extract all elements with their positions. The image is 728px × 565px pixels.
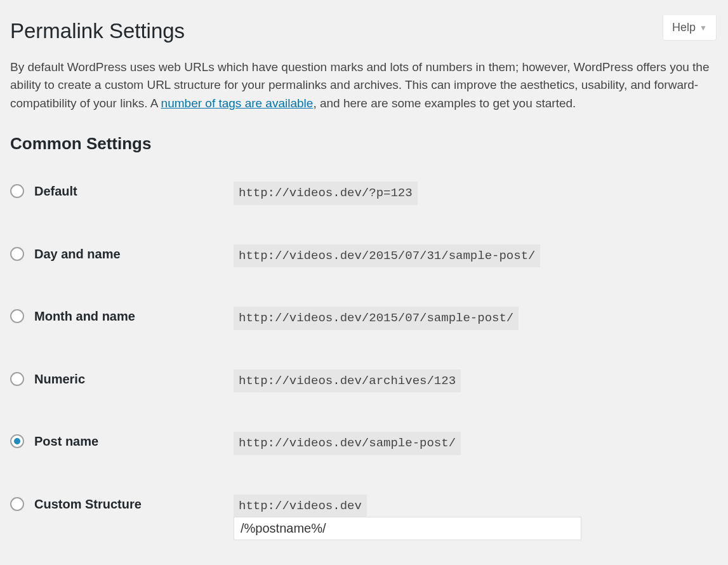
radio-day-name[interactable] <box>10 247 24 261</box>
radio-post-name[interactable] <box>10 434 24 448</box>
page-wrap: Help ▼ Permalink Settings By default Wor… <box>0 15 728 565</box>
option-label-day-name[interactable]: Day and name <box>34 244 121 263</box>
option-label-default[interactable]: Default <box>34 182 77 201</box>
chevron-down-icon: ▼ <box>699 22 707 34</box>
intro-paragraph: By default WordPress uses web URLs which… <box>10 58 715 113</box>
option-row-default: Default http://videos.dev/?p=123 <box>10 182 718 205</box>
option-row-post-name: Post name http://videos.dev/sample-post/ <box>10 432 718 455</box>
help-tab-label: Help <box>672 19 696 36</box>
example-day-name: http://videos.dev/2015/07/31/sample-post… <box>234 244 540 268</box>
option-row-month-name: Month and name http://videos.dev/2015/07… <box>10 307 718 330</box>
help-tab[interactable]: Help ▼ <box>663 15 717 41</box>
option-row-day-name: Day and name http://videos.dev/2015/07/3… <box>10 244 718 268</box>
option-label-custom[interactable]: Custom Structure <box>34 495 142 514</box>
example-month-name: http://videos.dev/2015/07/sample-post/ <box>234 307 519 330</box>
radio-numeric[interactable] <box>10 372 24 386</box>
tags-available-link[interactable]: number of tags are available <box>161 96 314 110</box>
page-title: Permalink Settings <box>10 15 718 47</box>
common-settings-heading: Common Settings <box>10 131 718 156</box>
radio-custom[interactable] <box>10 497 24 511</box>
option-label-month-name[interactable]: Month and name <box>34 307 135 326</box>
option-row-numeric: Numeric http://videos.dev/archives/123 <box>10 369 718 393</box>
example-numeric: http://videos.dev/archives/123 <box>234 369 461 393</box>
custom-base-url: http://videos.dev <box>234 495 367 518</box>
intro-text-after: , and here are some examples to get you … <box>313 96 576 110</box>
example-post-name: http://videos.dev/sample-post/ <box>234 432 461 455</box>
option-row-custom: Custom Structure http://videos.dev <box>10 495 718 541</box>
option-label-post-name[interactable]: Post name <box>34 432 98 451</box>
example-default: http://videos.dev/?p=123 <box>234 182 418 205</box>
radio-month-name[interactable] <box>10 309 24 323</box>
custom-structure-input[interactable] <box>234 517 581 540</box>
radio-default[interactable] <box>10 184 24 198</box>
option-label-numeric[interactable]: Numeric <box>34 369 85 389</box>
